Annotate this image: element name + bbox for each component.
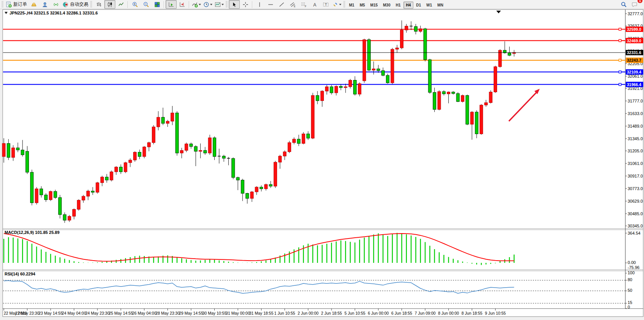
hline-marker[interactable]	[619, 83, 621, 86]
candle-body	[77, 200, 80, 209]
candle-body	[320, 91, 324, 101]
rsi-axis-label: 80	[628, 277, 632, 282]
candle-body	[293, 139, 296, 142]
candle-body	[208, 138, 211, 153]
candle-body	[250, 192, 253, 198]
candle-body	[414, 27, 417, 32]
mt4-terminal: 新订单 自动交易	[0, 0, 644, 320]
candle-body	[190, 144, 193, 147]
price-tick-label: 31345.0	[628, 136, 643, 141]
time-tick-label: 6 Jun 00:00	[368, 311, 389, 315]
candle-body	[232, 158, 235, 178]
candle-body	[12, 148, 15, 157]
candle-body	[316, 96, 319, 101]
time-tick-label: 25 May 14:55	[109, 311, 133, 315]
price-tick-label: 31777.0	[628, 99, 643, 103]
price-tick-label: 31061.0	[628, 161, 643, 166]
macd-label: MACD(12,26,9) 101.85 25.89	[5, 230, 59, 235]
candle-body	[438, 91, 441, 109]
time-tick-label: 2 Jun 18:55	[321, 311, 342, 315]
candle-body	[30, 172, 33, 203]
candle-body	[16, 148, 19, 150]
time-tick-label: 8 Jun 18:55	[462, 311, 483, 315]
candle-body	[354, 80, 357, 94]
candle-body	[461, 96, 464, 102]
candle-body	[204, 150, 207, 153]
candle-body	[175, 113, 179, 153]
candle-body	[54, 192, 57, 198]
candle-body	[307, 134, 310, 138]
candle-body	[367, 40, 370, 70]
candle-body	[246, 194, 249, 198]
hline-price-label: 32599.0	[627, 27, 641, 32]
candle-body	[288, 142, 291, 152]
candle-body	[73, 209, 76, 216]
macd-axis-label: 0.00	[628, 260, 636, 265]
rsi-axis-label: 0	[628, 305, 630, 309]
hline-price-label: 32109.4	[627, 70, 641, 74]
hline-marker[interactable]	[619, 71, 621, 73]
candle-body	[152, 127, 155, 142]
candle-body	[68, 216, 71, 220]
candle-body	[419, 29, 422, 31]
candle-body	[147, 142, 150, 147]
symbol-title: JPN225-,H4 32321.5 32361.4 32286.1 32331…	[10, 11, 98, 15]
candle-body	[236, 178, 239, 180]
candle-body	[340, 86, 343, 88]
price-tick-label: 30629.0	[628, 199, 643, 203]
hline-marker[interactable]	[619, 59, 621, 61]
time-tick-label: 9 Jun 10:55	[485, 311, 506, 315]
candle-body	[447, 92, 450, 94]
time-tick-label: 23 May 14:55	[38, 311, 63, 315]
price-tick-label: 30773.0	[628, 186, 643, 191]
candle-body	[124, 163, 127, 172]
candle-body	[120, 167, 123, 172]
candle-body	[91, 191, 94, 192]
candle-body	[335, 86, 338, 93]
price-tick-label: 31633.0	[628, 111, 643, 116]
candle-body	[489, 92, 492, 102]
candle-body	[63, 214, 66, 220]
candle-body	[358, 84, 361, 94]
candle-body	[297, 139, 300, 143]
time-tick-label: 30 May 10:55	[202, 311, 227, 315]
candle-body	[157, 117, 160, 127]
price-tick-label: 30345.0	[628, 224, 643, 228]
rsi-label: RSI(14) 60.2294	[5, 272, 36, 276]
time-tick-label: 22 May 23:30	[15, 311, 40, 315]
candle-body	[494, 67, 497, 92]
candle-body	[381, 70, 384, 75]
candle-body	[40, 189, 43, 195]
macd-axis-label: 364.54	[628, 231, 641, 235]
candle-body	[180, 150, 183, 153]
price-tick-label: 31205.0	[628, 149, 643, 153]
time-tick-label: 8 Jun 00:00	[438, 311, 459, 315]
price-tick-label: 30485.0	[628, 211, 643, 216]
candle-body	[325, 87, 328, 91]
candle-body	[508, 53, 511, 55]
chart-window[interactable]: 32777.032637.032493.032349.032205.032061…	[0, 0, 644, 320]
candle-body	[363, 40, 366, 81]
candle-body	[424, 29, 427, 59]
current-price-label: 32331.6	[626, 50, 643, 55]
candle-body	[143, 147, 146, 157]
candle-body	[269, 184, 272, 186]
time-tick-label: 7 Jun 09:00	[415, 311, 436, 315]
candle-body	[344, 87, 347, 88]
time-tick-label: 26 May 04:00	[132, 311, 156, 315]
price-tick-label: 32777.0	[628, 11, 643, 16]
hline-marker[interactable]	[619, 28, 621, 30]
time-tick-label: 24 May 23:30	[85, 311, 110, 315]
candle-body	[110, 172, 113, 180]
price-tick-label: 31489.0	[628, 124, 643, 128]
candle-body	[480, 105, 483, 134]
candle-body	[377, 69, 380, 71]
candle-body	[349, 80, 352, 87]
hline-marker[interactable]	[619, 40, 621, 42]
candle-body	[26, 151, 29, 172]
candle-body	[466, 96, 469, 125]
rsi-axis-label: 50	[628, 288, 632, 293]
candle-body	[105, 177, 108, 180]
candle-body	[138, 152, 141, 156]
candle-body	[386, 75, 389, 83]
